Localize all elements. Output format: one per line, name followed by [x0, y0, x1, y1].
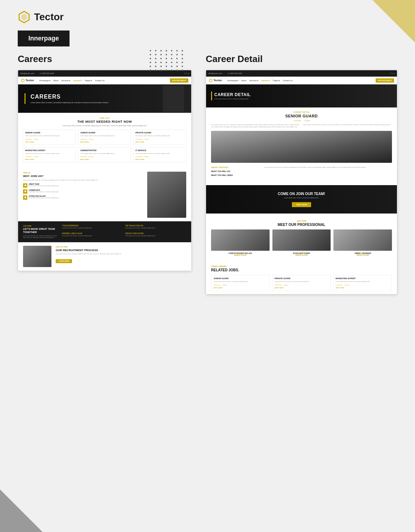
- cd-related-tag-fulltime: Full Time: [275, 284, 281, 286]
- dot: [155, 50, 156, 51]
- cd-twitter-icon: t: [392, 72, 393, 74]
- benefit-career-path: CAREER PATH Lorem ipsum dolor sit amet, …: [23, 189, 143, 194]
- cd-team-grid: CHRISTOPHER NOLAN SENIOR GUARD RYAN MATT…: [211, 229, 392, 256]
- cd-what-need: WHAT YOU WILL NEED: [211, 174, 261, 176]
- youtube-icon: y: [188, 72, 189, 74]
- benefit-salary: ATTRACTIVE SALARY Lorem ipsum dolor sit …: [23, 195, 143, 200]
- why-join-desc: Lorem ipsum dolor sit amet, consectetur …: [23, 179, 143, 181]
- nav-homepage[interactable]: Homepage ▾: [39, 79, 50, 82]
- careers-topbar: info@tector.com +1 000 555 0100 f t y: [18, 70, 191, 77]
- nav-about[interactable]: About: [53, 79, 58, 82]
- dot: [150, 62, 151, 63]
- job-tags: Full Time Onsite: [80, 138, 129, 140]
- tag-fulltime: Full Time: [80, 156, 87, 157]
- hero-figure: [142, 84, 184, 113]
- cd-nav-pages[interactable]: Pages ▾: [273, 79, 280, 82]
- mockup-nav-links: Homepage ▾ About Services ▾ Careers ▾ Pa…: [39, 79, 105, 82]
- culture-item-3: INSPIRING, GREAT VALUE Lorem ipsum dolor…: [62, 233, 123, 238]
- culture-section: CULTURE LET'S MAKE GREAT TEAM TOGETHER L…: [18, 221, 191, 242]
- apply-link[interactable]: APPLY NOW ›: [80, 141, 129, 143]
- person-image: [147, 172, 186, 218]
- learn-more-btn[interactable]: LEARN MORE: [56, 259, 72, 263]
- cd-nav-about[interactable]: About: [241, 79, 246, 82]
- cd-nav-services[interactable]: Services ▾: [249, 79, 259, 82]
- why-join-title: WHY JOIN US?: [23, 174, 143, 178]
- nav-careers-active[interactable]: Careers ▾: [73, 79, 82, 82]
- apply-link[interactable]: APPLY NOW ›: [25, 159, 74, 160]
- cd-about-role-title: ABOUT THE ROLE: [211, 166, 261, 168]
- job-card-junior-guard: JUNIOR GUARD Lorem ipsum dolor sit amet,…: [78, 129, 131, 145]
- why-join-label: JOIN US: [23, 172, 143, 174]
- tag-onsite: Onsite: [33, 138, 38, 140]
- hero-accent-bar: [24, 93, 26, 104]
- cd-hero-bar: [211, 92, 212, 100]
- apply-link[interactable]: APPLY NOW ›: [135, 159, 184, 160]
- culture-cols: YOUR EXPERIENCES Lorem ipsum dolor sit a…: [62, 225, 186, 239]
- cd-related-apply-3[interactable]: APPLY NOW ›: [336, 287, 389, 289]
- jobs-title: THE MOST NEEDED RIGHT NOW: [23, 120, 186, 123]
- cd-appointment-btn[interactable]: APPOINTMENT: [376, 78, 394, 83]
- cd-position-title: SENIOR GUARD: [211, 114, 392, 118]
- cd-nav-homepage[interactable]: Homepage ▾: [227, 79, 238, 82]
- careers-section-title: Careers: [18, 54, 52, 64]
- logo-area: Tector Innerpage: [18, 11, 70, 46]
- dot: [155, 54, 156, 55]
- tag-onsite: Onsite: [33, 156, 38, 157]
- cd-related-tag-fulltime: Full Time: [336, 284, 342, 286]
- dot: [160, 50, 162, 51]
- cd-apply-btn[interactable]: APPLY NOW: [292, 202, 311, 207]
- cd-navbar: Tector Homepage ▾ About Services ▾ Caree…: [206, 77, 397, 84]
- bg-decoration-bottom: [0, 489, 43, 532]
- cd-tags: Full Time Onsite: [211, 120, 392, 122]
- cd-team-member-3: JIMMY ANDREW SENIOR GUARD: [333, 229, 392, 256]
- benefit-icon-inner: [24, 190, 26, 192]
- benefit-icon: [23, 195, 27, 200]
- careers-panel: Careers info@tector.com +1 000 555 0100 …: [18, 54, 192, 294]
- cd-related-job-3: MARKETING EXPERT Lorem ipsum dolor sit a…: [333, 275, 392, 291]
- dot: [182, 62, 183, 63]
- cd-role-left: ABOUT THE ROLE WHAT YOU WILL DO WHAT YOU…: [211, 166, 261, 178]
- benefit-desc: Lorem ipsum dolor sit amet, consectetur …: [29, 185, 59, 187]
- cd-logo-icon: [209, 79, 212, 82]
- nav-pages[interactable]: Pages ▾: [85, 79, 92, 82]
- nav-services[interactable]: Services ▾: [61, 79, 71, 82]
- cd-about-role: ABOUT THE ROLE: [211, 166, 261, 168]
- cd-nav-contact[interactable]: Contact Us: [283, 79, 292, 82]
- dot: [171, 70, 172, 71]
- benefit-icon-inner: [24, 184, 26, 186]
- dot: [166, 70, 167, 71]
- cd-guard-photo: [211, 131, 392, 163]
- cd-label: CAREER DETAIL: [211, 111, 392, 113]
- dot: [182, 70, 183, 71]
- cd-related-tag-fulltime: Full Time: [214, 284, 220, 286]
- dot: [176, 58, 178, 59]
- recruitment-image: [23, 246, 51, 267]
- culture-item-1: YOUR EXPERIENCES Lorem ipsum dolor sit a…: [62, 225, 123, 231]
- dot: [171, 50, 172, 51]
- cd-nav-careers-active[interactable]: Careers ▾: [261, 79, 270, 82]
- job-title: IT SERVICE: [135, 149, 184, 151]
- dot: [171, 62, 172, 63]
- benefit-text: GREAT TEAM Lorem ipsum dolor sit amet, c…: [29, 183, 59, 187]
- apply-link[interactable]: APPLY NOW ›: [25, 141, 74, 143]
- benefit-desc: Lorem ipsum dolor sit amet, consectetur …: [29, 191, 59, 193]
- why-join-left: JOIN US WHY JOIN US? Lorem ipsum dolor s…: [23, 172, 143, 218]
- jobs-grid: SENIOR GUARD Lorem ipsum dolor sit amet,…: [23, 129, 186, 162]
- appointment-btn[interactable]: APPOINTMENT: [170, 78, 188, 83]
- apply-link[interactable]: APPLY NOW ›: [135, 141, 184, 143]
- culture-item-title: CREATE YOUR FUTURE: [125, 233, 186, 234]
- nav-contact[interactable]: Contact Us: [95, 79, 104, 82]
- job-card-private-guard: PRIVATE GUARD Lorem ipsum dolor sit amet…: [133, 129, 186, 145]
- topbar-phone: +1 000 555 0100: [39, 72, 54, 74]
- culture-desc: Lorem ipsum dolor sit amet, consectetur …: [23, 235, 59, 239]
- apply-link[interactable]: APPLY NOW ›: [80, 159, 129, 160]
- cd-related-apply-1[interactable]: APPLY NOW ›: [214, 287, 267, 289]
- dot: [171, 54, 172, 55]
- dot: [166, 54, 167, 55]
- dot: [182, 58, 183, 59]
- cd-related-apply-2[interactable]: APPLY NOW ›: [275, 287, 328, 289]
- culture-item-4: CREATE YOUR FUTURE Lorem ipsum dolor sit…: [125, 233, 186, 238]
- hero-silhouette: [163, 85, 184, 112]
- job-desc: Lorem ipsum dolor sit amet, consectetur …: [80, 135, 129, 137]
- dot: [182, 66, 183, 67]
